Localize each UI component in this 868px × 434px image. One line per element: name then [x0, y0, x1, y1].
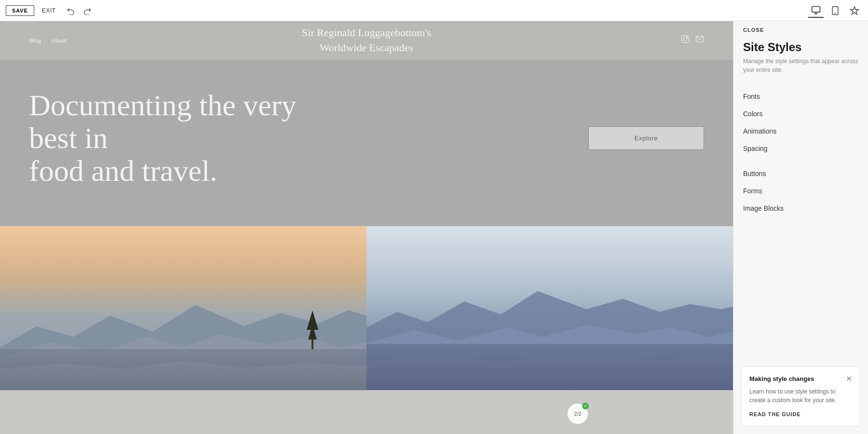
email-icon[interactable] — [695, 35, 704, 46]
page-number: 2/2 — [574, 411, 581, 417]
nav-item-forms[interactable]: Forms — [733, 182, 868, 200]
help-box-text: Learn how to use style settings to creat… — [749, 387, 852, 405]
header-social-icons — [681, 35, 704, 46]
toolbar: SAVE EXIT — [0, 0, 868, 21]
panel-nav: Fonts Colors Animations Spacing Buttons … — [733, 84, 868, 221]
site-preview: Blog About Sir Reginald Luggagebottom's … — [0, 21, 733, 434]
panel-close-button[interactable]: CLOSE — [733, 21, 868, 39]
image-grid — [0, 226, 733, 390]
instagram-icon[interactable] — [681, 35, 690, 46]
mobile-view-button[interactable] — [827, 4, 843, 17]
help-box: Making style changes ✕ Learn how to use … — [741, 366, 860, 426]
nav-blog[interactable]: Blog — [29, 37, 41, 44]
desktop-view-button[interactable] — [808, 3, 824, 18]
read-guide-link[interactable]: READ THE GUIDE — [749, 411, 800, 417]
page-indicator: 2/2 ✓ — [567, 403, 588, 424]
site-title: Sir Reginald Luggagebottom's Worldwide E… — [302, 26, 431, 55]
site-header: Blog About Sir Reginald Luggagebottom's … — [0, 21, 733, 60]
image-block-right — [366, 226, 733, 390]
panel-title: Site Styles — [733, 39, 868, 57]
help-box-title: Making style changes — [749, 375, 814, 382]
nav-item-spacing[interactable]: Spacing — [733, 140, 868, 157]
nav-divider — [733, 157, 868, 165]
hero-text: Documenting the very best in food and tr… — [29, 89, 318, 188]
preview-area[interactable]: Blog About Sir Reginald Luggagebottom's … — [0, 21, 733, 434]
help-box-close-button[interactable]: ✕ — [846, 374, 852, 383]
styles-button[interactable] — [847, 4, 862, 17]
svg-point-7 — [687, 37, 688, 38]
nav-about[interactable]: About — [51, 37, 67, 44]
image-block-left — [0, 226, 366, 390]
nav-item-image-blocks[interactable]: Image Blocks — [733, 200, 868, 217]
nav-item-buttons[interactable]: Buttons — [733, 165, 868, 182]
svg-point-6 — [683, 37, 687, 41]
nav-item-colors[interactable]: Colors — [733, 105, 868, 122]
save-button[interactable]: SAVE — [6, 5, 34, 16]
site-nav: Blog About — [29, 37, 67, 44]
redo-button[interactable] — [80, 4, 95, 17]
exit-button[interactable]: EXIT — [38, 5, 60, 16]
help-box-header: Making style changes ✕ — [749, 374, 852, 383]
nav-item-fonts[interactable]: Fonts — [733, 88, 868, 105]
svg-rect-0 — [812, 6, 820, 12]
svg-rect-5 — [682, 36, 689, 43]
panel-subtitle: Manage the style settings that appear ac… — [733, 57, 868, 84]
explore-button[interactable]: Explore — [588, 126, 704, 150]
undo-redo-group — [64, 4, 95, 17]
main-layout: Blog About Sir Reginald Luggagebottom's … — [0, 21, 868, 434]
undo-button[interactable] — [64, 4, 78, 17]
mountain-scene-right — [366, 226, 733, 390]
nav-item-animations[interactable]: Animations — [733, 122, 868, 140]
page-check-icon: ✓ — [582, 403, 589, 409]
right-panel: CLOSE Site Styles Manage the style setti… — [733, 21, 868, 434]
site-hero: Documenting the very best in food and tr… — [0, 60, 733, 226]
mountain-scene-left — [0, 226, 366, 390]
